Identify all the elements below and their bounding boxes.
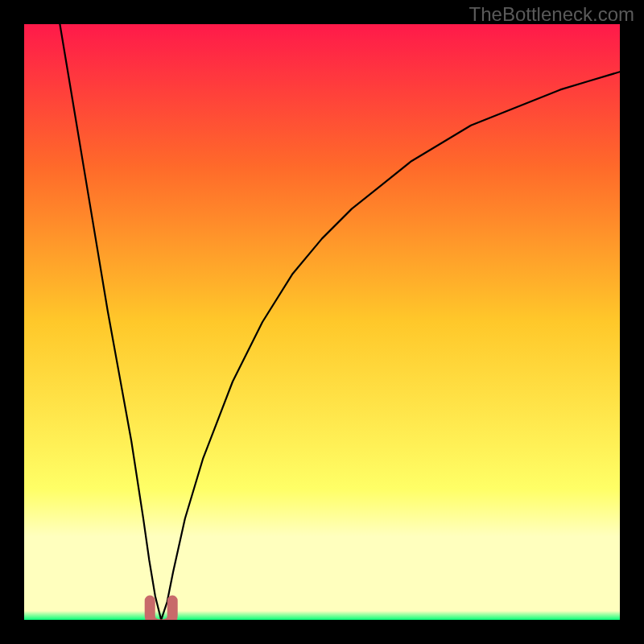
watermark-text: TheBottleneck.com <box>469 3 634 26</box>
bottleneck-plot <box>24 24 620 620</box>
chart-stage: TheBottleneck.com <box>0 0 644 644</box>
plot-background <box>24 24 620 620</box>
